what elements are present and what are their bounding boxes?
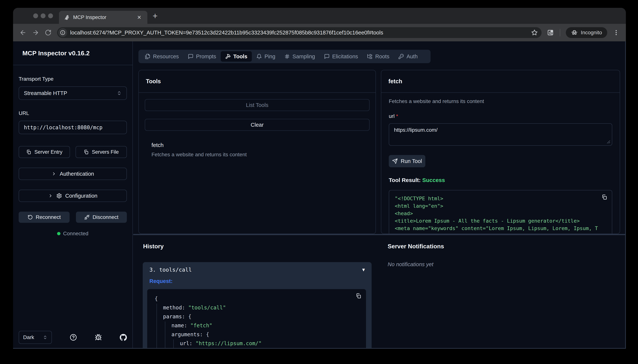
connected-dot-icon xyxy=(57,232,60,235)
tab-resources[interactable]: Resources xyxy=(140,51,183,62)
tab-close-icon[interactable]: ✕ xyxy=(136,14,142,20)
tool-list-item[interactable]: fetch Fetches a website and returns its … xyxy=(145,142,369,158)
server-url-input[interactable]: http://localhost:8080/mcp xyxy=(19,121,127,134)
reload-icon[interactable] xyxy=(45,29,52,36)
send-icon xyxy=(392,158,398,164)
server-notifications-title: Server Notifications xyxy=(388,243,618,250)
search-tabs-icon[interactable] xyxy=(547,29,554,36)
message-square-icon xyxy=(324,54,330,59)
reconnect-button[interactable]: Reconnect xyxy=(19,212,70,223)
tab-label: Resources xyxy=(153,54,179,60)
connection-status-label: Connected xyxy=(63,230,88,236)
tab-label: Auth xyxy=(406,54,418,60)
horizontal-scrollbar[interactable] xyxy=(133,234,626,235)
url-field-label: url * xyxy=(389,113,612,119)
tab-tools[interactable]: Tools xyxy=(221,51,252,62)
history-entry-title: 3. tools/call xyxy=(149,266,192,273)
transport-type-value: Streamable HTTP xyxy=(24,90,67,96)
theme-select[interactable]: Dark xyxy=(19,331,52,344)
indent-guide xyxy=(173,340,174,349)
server-entry-button[interactable]: Server Entry xyxy=(19,146,70,158)
tool-name: fetch xyxy=(151,142,369,148)
tab-label: Prompts xyxy=(196,54,216,60)
tab-elicitations[interactable]: Elicitations xyxy=(320,51,363,62)
maximize-window-button[interactable] xyxy=(48,14,53,18)
folder-tree-icon xyxy=(367,54,372,59)
tool-result-code: "<!DOCTYPE html> <html lang="en"> <head>… xyxy=(395,195,606,234)
server-notifications-panel: Server Notifications No notifications ye… xyxy=(388,243,618,268)
configuration-button[interactable]: Configuration xyxy=(19,190,127,202)
run-tool-button[interactable]: Run Tool xyxy=(389,155,425,167)
tab-prompts[interactable]: Prompts xyxy=(183,51,221,62)
servers-file-button[interactable]: Servers File xyxy=(76,146,127,158)
tab-title: MCP Inspector xyxy=(73,14,133,20)
minimize-window-button[interactable] xyxy=(41,14,46,18)
history-entry-header[interactable]: 3. tools/call ▼ xyxy=(149,266,365,273)
no-notifications-text: No notifications yet xyxy=(388,261,618,268)
address-bar[interactable]: localhost:6274/?MCP_PROXY_AUTH_TOKEN=9e7… xyxy=(57,27,542,38)
tool-result-label: Tool Result: xyxy=(389,177,421,183)
files-icon xyxy=(145,54,150,59)
forward-icon[interactable] xyxy=(32,29,39,36)
collapse-triangle-icon[interactable]: ▼ xyxy=(362,267,365,272)
tab-label: Ping xyxy=(265,54,275,60)
indent-guide xyxy=(165,322,165,349)
incognito-badge: Incognito xyxy=(566,27,607,38)
clear-button[interactable]: Clear xyxy=(145,119,369,131)
json-key: params: xyxy=(163,314,185,320)
list-tools-button[interactable]: List Tools xyxy=(145,99,369,111)
copy-icon[interactable] xyxy=(601,194,607,200)
json-key: url: xyxy=(180,340,192,346)
bookmark-star-icon[interactable] xyxy=(531,29,538,36)
hash-icon xyxy=(284,54,290,59)
tab-auth[interactable]: Auth xyxy=(394,51,422,62)
request-json-box: { method: "tools/call" params: { name: "… xyxy=(147,289,366,349)
new-tab-button[interactable]: + xyxy=(151,10,159,22)
chevrons-up-down-icon xyxy=(43,335,47,340)
app-title: MCP Inspector v0.16.2 xyxy=(13,41,132,65)
tools-panel-title: Tools xyxy=(139,70,375,93)
close-window-button[interactable] xyxy=(33,14,38,18)
mcp-inspector-page: MCP Inspector v0.16.2 Transport Type Str… xyxy=(13,41,626,349)
tool-detail-title: fetch xyxy=(381,70,620,93)
resize-handle-icon[interactable] xyxy=(607,140,610,144)
url-field-input[interactable]: https://lipsum.com/ xyxy=(389,123,612,146)
incognito-label: Incognito xyxy=(581,30,602,36)
browser-menu-icon[interactable] xyxy=(613,29,619,36)
toolbar-divider xyxy=(560,29,560,36)
url-text[interactable]: localhost:6274/?MCP_PROXY_AUTH_TOKEN=9e7… xyxy=(70,30,528,36)
back-icon[interactable] xyxy=(20,29,27,36)
tool-result-heading: Tool Result: Success xyxy=(389,177,612,183)
vertical-scrollbar[interactable] xyxy=(625,41,626,349)
key-icon xyxy=(398,54,404,59)
json-key: arguments: xyxy=(171,332,203,338)
copy-icon[interactable] xyxy=(356,293,361,299)
window-controls xyxy=(33,14,53,18)
window-bottom-edge xyxy=(13,348,626,349)
incognito-icon xyxy=(571,29,578,36)
required-asterisk: * xyxy=(396,113,398,119)
json-value: "fetch" xyxy=(190,322,212,328)
indent-guide xyxy=(156,304,157,349)
site-info-icon[interactable] xyxy=(58,28,67,37)
history-entry: 3. tools/call ▼ Request: { method: "tool… xyxy=(143,262,372,349)
help-icon[interactable] xyxy=(70,334,77,341)
json-value: "tools/call" xyxy=(188,304,226,311)
copy-icon xyxy=(84,150,89,154)
copy-icon xyxy=(26,150,31,154)
github-icon[interactable] xyxy=(120,334,127,341)
bug-icon[interactable] xyxy=(95,334,102,341)
tab-sampling[interactable]: Sampling xyxy=(280,51,320,62)
tab-roots[interactable]: Roots xyxy=(362,51,394,62)
authentication-label: Authentication xyxy=(60,171,94,177)
tools-panel: Tools List Tools Clear fetch Fetches a w… xyxy=(138,70,376,234)
message-square-icon xyxy=(188,54,193,59)
json-token: { xyxy=(155,296,158,302)
browser-tab[interactable]: MCP Inspector ✕ xyxy=(59,11,147,24)
authentication-button[interactable]: Authentication xyxy=(19,168,127,180)
disconnect-button[interactable]: Disconnect xyxy=(76,212,127,223)
run-tool-label: Run Tool xyxy=(401,158,422,164)
transport-type-select[interactable]: Streamable HTTP xyxy=(19,86,127,100)
tab-ping[interactable]: Ping xyxy=(252,51,280,62)
field-name: url xyxy=(389,113,394,119)
